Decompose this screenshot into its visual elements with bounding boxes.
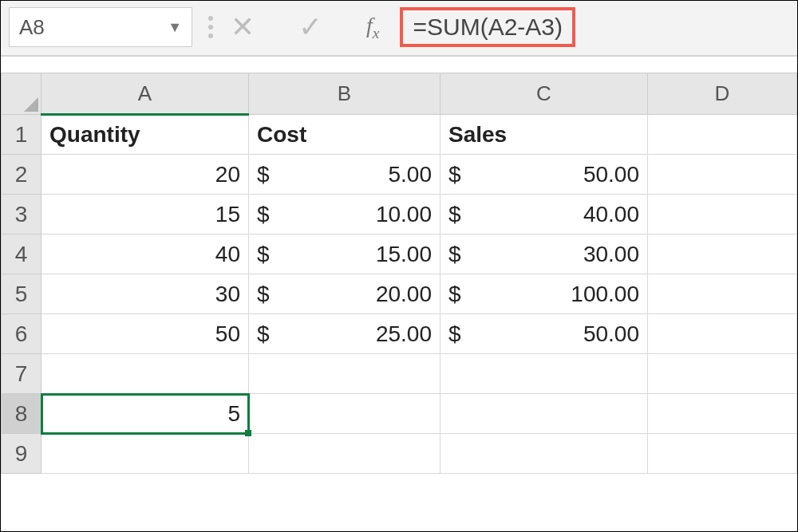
cell-B7[interactable] <box>249 354 440 394</box>
cell-B8[interactable] <box>249 394 440 434</box>
cell-C1[interactable]: Sales <box>440 115 648 155</box>
cell-C5[interactable]: $100.00 <box>440 274 648 314</box>
fx-icon[interactable]: fx <box>366 13 379 42</box>
col-header-D[interactable]: D <box>648 73 797 115</box>
cell-B1[interactable]: Cost <box>249 115 440 155</box>
col-header-A[interactable]: A <box>41 73 249 115</box>
cell-A8[interactable]: 5 <box>41 394 249 434</box>
cell-D7[interactable] <box>648 354 797 394</box>
chevron-down-icon[interactable]: ▼ <box>168 19 182 36</box>
cell-C4[interactable]: $30.00 <box>440 234 648 274</box>
cell-D2[interactable] <box>648 155 797 195</box>
formula-bar: A8 ▼ ✕ ✓ fx =SUM(A2-A3) <box>1 1 797 57</box>
formula-input[interactable]: =SUM(A2-A3) <box>400 7 575 47</box>
cell-D6[interactable] <box>648 314 797 354</box>
row-header-3[interactable]: 3 <box>2 195 41 234</box>
cell-D8[interactable] <box>648 394 797 434</box>
row-header-9[interactable]: 9 <box>2 434 41 474</box>
cell-B9[interactable] <box>249 434 440 474</box>
cell-A6[interactable]: 50 <box>41 314 249 354</box>
select-all-corner[interactable] <box>2 73 41 115</box>
cancel-icon[interactable]: ✕ <box>231 10 255 44</box>
cell-A5[interactable]: 30 <box>41 274 249 314</box>
cell-C9[interactable] <box>440 434 648 474</box>
row-header-8[interactable]: 8 <box>2 394 41 434</box>
cell-C8[interactable] <box>440 394 648 434</box>
cell-C2[interactable]: $50.00 <box>440 155 648 195</box>
row-header-4[interactable]: 4 <box>2 234 41 274</box>
cell-B3[interactable]: $10.00 <box>249 195 440 234</box>
cell-C3[interactable]: $40.00 <box>440 195 648 234</box>
row-header-6[interactable]: 6 <box>2 314 41 354</box>
drag-handle-icon[interactable] <box>208 16 213 38</box>
col-header-C[interactable]: C <box>440 73 648 115</box>
cell-D1[interactable] <box>648 115 797 155</box>
cell-D5[interactable] <box>648 274 797 314</box>
cell-D9[interactable] <box>648 434 797 474</box>
cell-B5[interactable]: $20.00 <box>249 274 440 314</box>
cell-B2[interactable]: $5.00 <box>249 155 440 195</box>
name-box[interactable]: A8 ▼ <box>9 7 192 47</box>
spreadsheet: A B C D 1 Quantity Cost Sales 2 20 $5.00… <box>1 73 797 474</box>
row-header-1[interactable]: 1 <box>2 115 41 155</box>
row-header-7[interactable]: 7 <box>2 354 41 394</box>
cell-D4[interactable] <box>648 234 797 274</box>
cell-B4[interactable]: $15.00 <box>249 234 440 274</box>
cell-B6[interactable]: $25.00 <box>249 314 440 354</box>
cell-A9[interactable] <box>41 434 249 474</box>
name-box-value: A8 <box>19 15 45 40</box>
cell-A3[interactable]: 15 <box>41 195 249 234</box>
col-header-B[interactable]: B <box>249 73 440 115</box>
row-header-5[interactable]: 5 <box>2 274 41 314</box>
enter-icon[interactable]: ✓ <box>298 10 322 44</box>
cell-A4[interactable]: 40 <box>41 234 249 274</box>
row-header-2[interactable]: 2 <box>2 155 41 195</box>
cell-C6[interactable]: $50.00 <box>440 314 648 354</box>
cell-A1[interactable]: Quantity <box>41 115 249 155</box>
cell-A7[interactable] <box>41 354 249 394</box>
cell-C7[interactable] <box>440 354 648 394</box>
cell-A2[interactable]: 20 <box>41 155 249 195</box>
cell-D3[interactable] <box>648 195 797 234</box>
